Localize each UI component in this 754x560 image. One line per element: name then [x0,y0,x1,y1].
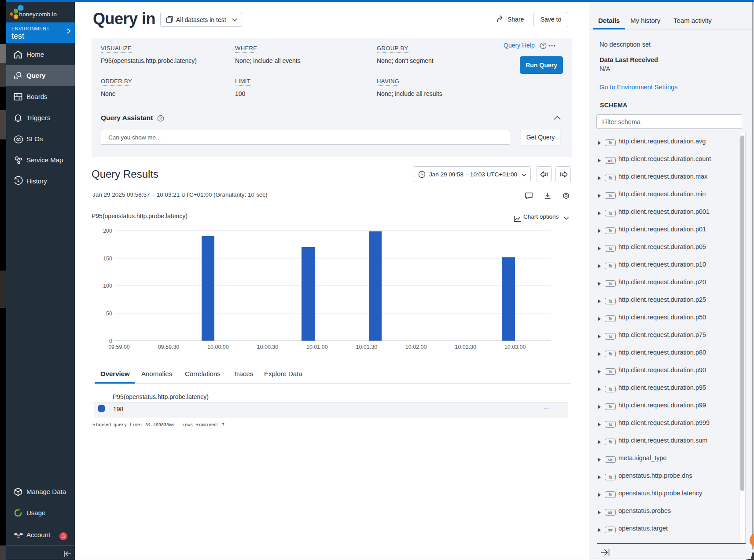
svg-text:200: 200 [103,228,112,234]
svg-text:09:59:00: 09:59:00 [108,344,130,350]
svg-text:10:03:00: 10:03:00 [504,344,526,350]
svg-text:10:00:00: 10:00:00 [207,344,229,350]
svg-text:50: 50 [106,311,112,317]
svg-text:150: 150 [103,256,112,262]
svg-text:10:02:30: 10:02:30 [455,344,476,350]
svg-text:honeycomb.io: honeycomb.io [19,11,57,18]
svg-text:10:02:00: 10:02:00 [405,344,427,350]
svg-text:0: 0 [109,338,112,344]
svg-text:09:59:30: 09:59:30 [158,344,180,350]
svg-text:10:01:30: 10:01:30 [356,344,377,350]
svg-text:100: 100 [103,283,112,289]
svg-text:10:01:00: 10:01:00 [306,344,328,350]
svg-text:10:00:30: 10:00:30 [257,344,279,350]
